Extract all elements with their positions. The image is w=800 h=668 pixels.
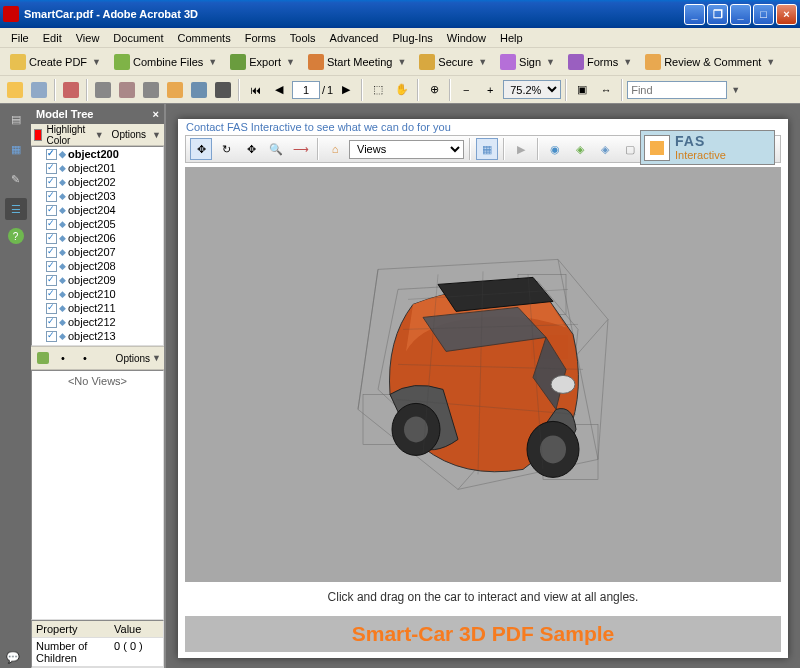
spin-tool-button[interactable]: ↻ <box>215 138 237 160</box>
tree-item[interactable]: ◆object212 <box>32 315 163 329</box>
menu-advanced[interactable]: Advanced <box>323 30 386 46</box>
tree-item[interactable]: ◆object203 <box>32 189 163 203</box>
hand-tool-button[interactable]: ✋ <box>391 79 413 101</box>
pan-tool-button[interactable]: ✥ <box>240 138 262 160</box>
marquee-zoom-button[interactable]: ⊕ <box>423 79 445 101</box>
bookmarks-panel-icon[interactable]: ▦ <box>5 138 27 160</box>
checkbox-icon[interactable] <box>46 191 57 202</box>
attach-button[interactable] <box>92 79 114 101</box>
checkbox-icon[interactable] <box>46 177 57 188</box>
find-dropdown[interactable]: ▼ <box>731 85 740 95</box>
menu-help[interactable]: Help <box>493 30 530 46</box>
bg-color-button[interactable]: ▢ <box>619 138 641 160</box>
view-play-button[interactable] <box>34 349 52 367</box>
views-list[interactable]: <No Views> <box>31 370 164 620</box>
comment-icon[interactable]: 💬 <box>6 651 20 663</box>
render-mode-button[interactable]: ◉ <box>544 138 566 160</box>
view-next-button[interactable]: • <box>74 347 96 369</box>
menu-plugins[interactable]: Plug-Ins <box>385 30 439 46</box>
next-page-button[interactable]: ▶ <box>335 79 357 101</box>
pages-panel-icon[interactable]: ▤ <box>5 108 27 130</box>
camera-button[interactable] <box>212 79 234 101</box>
views-options-button[interactable]: Options <box>116 353 150 364</box>
close-button[interactable]: × <box>776 4 797 25</box>
find-input[interactable] <box>627 81 727 99</box>
tree-item[interactable]: ◆object211 <box>32 301 163 315</box>
tree-item[interactable]: ◆object205 <box>32 217 163 231</box>
menu-file[interactable]: File <box>4 30 36 46</box>
sign-panel-icon[interactable]: ✎ <box>5 168 27 190</box>
tree-item[interactable]: ◆object213 <box>32 329 163 343</box>
prev-page-button[interactable]: ◀ <box>268 79 290 101</box>
tree-item[interactable]: ◆object202 <box>32 175 163 189</box>
extra-button[interactable]: ◈ <box>569 138 591 160</box>
zoom-in-button[interactable]: + <box>479 79 501 101</box>
zoom-tool-button[interactable]: 🔍 <box>265 138 287 160</box>
tree-item[interactable]: ◆object201 <box>32 161 163 175</box>
open-button[interactable] <box>4 79 26 101</box>
menu-forms[interactable]: Forms <box>238 30 283 46</box>
checkbox-icon[interactable] <box>46 303 57 314</box>
fit-width-button[interactable]: ↔ <box>595 79 617 101</box>
highlight-color-swatch[interactable] <box>34 129 42 141</box>
panel-close-button[interactable]: × <box>153 108 159 120</box>
rotate-tool-button[interactable]: ✥ <box>190 138 212 160</box>
export-button[interactable]: Export▼ <box>224 50 301 74</box>
gear-button[interactable] <box>164 79 186 101</box>
tree-item[interactable]: ◆object210 <box>32 287 163 301</box>
home-button[interactable]: ⌂ <box>324 138 346 160</box>
zoom-select[interactable]: 75.2% <box>503 80 561 99</box>
menu-window[interactable]: Window <box>440 30 493 46</box>
page-input[interactable] <box>292 81 320 99</box>
tool-button[interactable] <box>140 79 162 101</box>
help-panel-icon[interactable]: ? <box>8 228 24 244</box>
checkbox-icon[interactable] <box>46 163 57 174</box>
minimize2-button[interactable]: _ <box>730 4 751 25</box>
checkbox-icon[interactable] <box>46 219 57 230</box>
pages-button[interactable] <box>60 79 82 101</box>
tree-item[interactable]: ◆object207 <box>32 245 163 259</box>
3d-canvas[interactable] <box>185 167 781 582</box>
restore-button[interactable]: ❐ <box>707 4 728 25</box>
fit-page-button[interactable]: ▣ <box>571 79 593 101</box>
create-pdf-button[interactable]: Create PDF▼ <box>4 50 107 74</box>
checkbox-icon[interactable] <box>46 275 57 286</box>
views-select[interactable]: Views <box>349 140 464 159</box>
combine-files-button[interactable]: Combine Files▼ <box>108 50 223 74</box>
review-button[interactable]: Review & Comment▼ <box>639 50 781 74</box>
zoom-out-button[interactable]: − <box>455 79 477 101</box>
first-page-button[interactable]: ⏮ <box>244 79 266 101</box>
checkbox-icon[interactable] <box>46 149 57 160</box>
checkbox-icon[interactable] <box>46 261 57 272</box>
print-button[interactable] <box>28 79 50 101</box>
highlight-label[interactable]: Highlight Color <box>46 124 88 146</box>
part-tool-button[interactable]: ▦ <box>476 138 498 160</box>
checkbox-icon[interactable] <box>46 247 57 258</box>
model-tree-panel-icon[interactable]: ☰ <box>5 198 27 220</box>
stamp-button[interactable] <box>116 79 138 101</box>
menu-document[interactable]: Document <box>106 30 170 46</box>
options-button[interactable]: Options <box>112 129 146 140</box>
start-meeting-button[interactable]: Start Meeting▼ <box>302 50 412 74</box>
menu-tools[interactable]: Tools <box>283 30 323 46</box>
minimize-button[interactable]: _ <box>684 4 705 25</box>
screen-button[interactable] <box>188 79 210 101</box>
tree-item[interactable]: ◆object206 <box>32 231 163 245</box>
tree-item[interactable]: ◆object204 <box>32 203 163 217</box>
menu-edit[interactable]: Edit <box>36 30 69 46</box>
tree-item[interactable]: ◆object209 <box>32 273 163 287</box>
checkbox-icon[interactable] <box>46 205 57 216</box>
checkbox-icon[interactable] <box>46 233 57 244</box>
checkbox-icon[interactable] <box>46 317 57 328</box>
model-tree[interactable]: ◆object200◆object201◆object202◆object203… <box>31 146 164 346</box>
checkbox-icon[interactable] <box>46 331 57 342</box>
select-tool-button[interactable]: ⬚ <box>367 79 389 101</box>
maximize-button[interactable]: □ <box>753 4 774 25</box>
walk-tool-button[interactable]: ⟶ <box>290 138 312 160</box>
light-button[interactable]: ◈ <box>594 138 616 160</box>
forms-button[interactable]: Forms▼ <box>562 50 638 74</box>
play-button[interactable]: ▶ <box>510 138 532 160</box>
tree-item[interactable]: ◆object208 <box>32 259 163 273</box>
view-prev-button[interactable]: • <box>52 347 74 369</box>
secure-button[interactable]: Secure▼ <box>413 50 493 74</box>
